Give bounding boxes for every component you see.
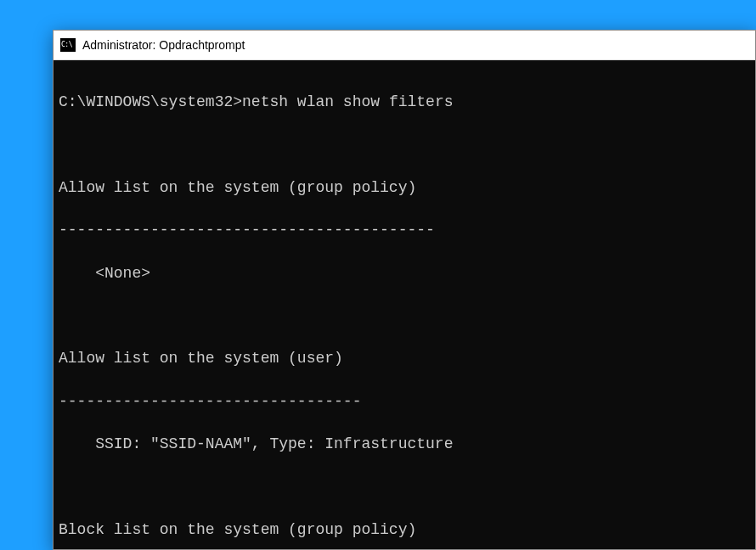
window-title: Administrator: Opdrachtprompt (82, 38, 245, 52)
section-divider: --------------------------------- (59, 391, 750, 412)
command-prompt-window: C:\ Administrator: Opdrachtprompt C:\WIN… (53, 30, 756, 550)
section-content: <None> (59, 263, 750, 284)
titlebar[interactable]: C:\ Administrator: Opdrachtprompt (54, 31, 755, 60)
section-header: Allow list on the system (user) (59, 348, 750, 369)
section-divider: ----------------------------------------… (59, 220, 750, 241)
cmd-icon: C:\ (60, 38, 76, 52)
cmd-icon-glyph: C:\ (61, 42, 72, 48)
blank-line (59, 135, 750, 156)
prompt-line: C:\WINDOWS\system32>netsh wlan show filt… (59, 92, 750, 113)
command-text: netsh wlan show filters (242, 93, 453, 110)
blank-line (59, 477, 750, 498)
blank-line (59, 306, 750, 327)
terminal-body[interactable]: C:\WINDOWS\system32>netsh wlan show filt… (54, 60, 755, 549)
prompt-path: C:\WINDOWS\system32> (59, 93, 242, 110)
section-header: Allow list on the system (group policy) (59, 177, 750, 199)
section-header: Block list on the system (group policy) (59, 519, 750, 541)
section-content: SSID: "SSID-NAAM", Type: Infrastructure (59, 434, 750, 455)
